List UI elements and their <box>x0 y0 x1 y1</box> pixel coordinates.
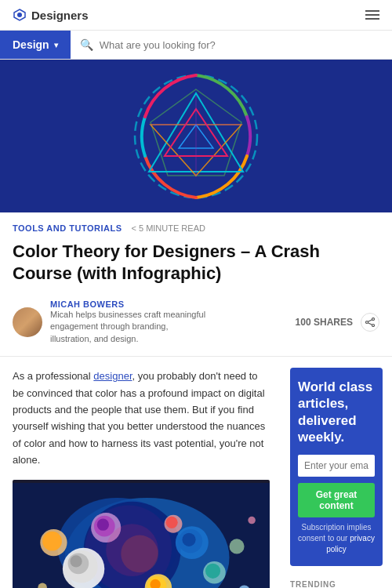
site-title: Designers <box>31 9 89 22</box>
nav-bar: Design ▾ 🔍 <box>0 31 392 60</box>
chevron-down-icon: ▾ <box>54 41 58 49</box>
category-tag: TOOLS AND TUTORIALS <box>13 223 122 233</box>
hamburger-line-3 <box>365 18 379 20</box>
article-title: Color Theory for Designers – A Crash Cou… <box>0 238 392 292</box>
author-info: MICAH BOWERS Micah helps businesses craf… <box>50 299 207 345</box>
sidebar-cta: World class articles, delivered weekly. … <box>290 368 383 566</box>
author-name[interactable]: MICAH BOWERS <box>50 299 207 309</box>
svg-point-32 <box>97 518 109 530</box>
author-left: MICAH BOWERS Micah helps businesses craf… <box>13 299 207 345</box>
share-button[interactable] <box>361 313 379 332</box>
design-dropdown[interactable]: Design ▾ <box>0 31 71 59</box>
designer-link[interactable]: designer <box>93 370 132 382</box>
svg-point-23 <box>70 555 82 567</box>
hamburger-line-2 <box>365 14 379 16</box>
dropdown-label: Design <box>13 38 49 51</box>
svg-point-11 <box>372 325 375 327</box>
svg-point-38 <box>165 517 177 528</box>
svg-point-34 <box>205 564 220 579</box>
trending-section: TRENDING ARTICLES DESIGN DESIGN PROCESS … <box>290 580 383 588</box>
search-input[interactable] <box>100 39 383 51</box>
author-avatar <box>13 307 42 337</box>
article-body-paragraph-1: As a professional designer, you probably… <box>13 368 270 469</box>
hamburger-menu[interactable] <box>365 10 379 20</box>
svg-point-10 <box>372 318 375 321</box>
article-painting <box>13 480 270 588</box>
shares-count: 100 SHARES <box>296 317 353 328</box>
article-meta: TOOLS AND TUTORIALS 5 MINUTE READ <box>0 212 392 238</box>
author-description: Micah helps businesses craft meaningful … <box>50 309 207 345</box>
svg-point-41 <box>121 535 158 572</box>
svg-point-26 <box>182 533 195 546</box>
svg-point-44 <box>248 517 256 524</box>
email-input[interactable] <box>298 455 375 477</box>
hero-banner <box>0 60 392 212</box>
avatar-image <box>13 307 42 337</box>
author-row: MICAH BOWERS Micah helps businesses craf… <box>0 292 392 357</box>
hamburger-line-1 <box>365 10 379 12</box>
svg-line-13 <box>368 320 372 322</box>
cta-button[interactable]: Get great content <box>298 483 375 517</box>
sidebar: World class articles, delivered weekly. … <box>282 357 390 588</box>
site-header: Designers <box>0 0 392 31</box>
search-icon: 🔍 <box>80 38 93 51</box>
header-left: Designers <box>13 8 89 22</box>
svg-point-36 <box>42 532 62 551</box>
svg-line-14 <box>368 323 372 325</box>
svg-point-12 <box>366 321 368 324</box>
svg-point-39 <box>230 539 245 554</box>
logo-icon <box>13 8 27 22</box>
hero-graphic <box>125 66 267 207</box>
sidebar-cta-title: World class articles, delivered weekly. <box>298 379 375 445</box>
trending-title: TRENDING ARTICLES <box>290 580 383 588</box>
content-wrapper: As a professional designer, you probably… <box>0 357 392 588</box>
read-time: 5 MINUTE READ <box>131 223 205 233</box>
main-content: As a professional designer, you probably… <box>0 357 282 588</box>
share-icon <box>365 318 375 327</box>
privacy-policy-link[interactable]: privacy policy <box>326 534 375 554</box>
article-image <box>13 480 270 588</box>
svg-point-1 <box>17 13 22 17</box>
cta-note: Subscription implies consent to our priv… <box>298 522 375 555</box>
author-right: 100 SHARES <box>296 313 379 332</box>
search-bar: 🔍 <box>71 38 392 51</box>
